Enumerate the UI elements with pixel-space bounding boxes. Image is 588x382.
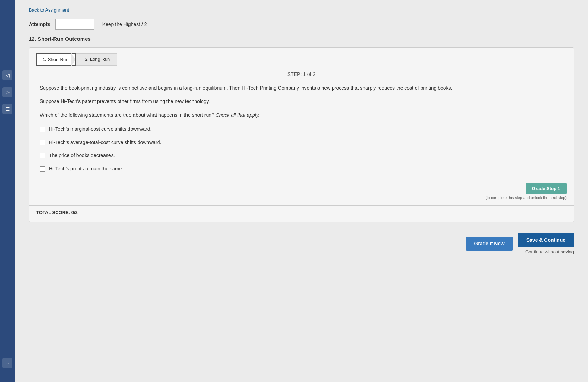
option-text-1: Hi-Tech's marginal-cost curve shifts dow… <box>49 126 151 133</box>
bottom-buttons-row: Save & Continue <box>518 233 574 247</box>
attempts-boxes <box>55 19 94 30</box>
attempts-label: Attempts <box>29 21 50 27</box>
step-indicator: STEP: 1 of 2 <box>29 71 574 77</box>
sidebar-icon-2[interactable]: ▷ <box>2 87 12 97</box>
main-content: Back to Assignment Attempts Keep the Hig… <box>15 0 588 382</box>
tab-short-run-label: Short Run <box>48 57 69 62</box>
sidebar: ◁ ▷ ☰ → <box>0 0 15 382</box>
question-title: 12. Short-Run Outcomes <box>29 36 574 42</box>
bottom-actions: Grade It Now Save & Continue Continue wi… <box>29 233 574 254</box>
grade-it-now-button[interactable]: Grade It Now <box>466 237 513 251</box>
tab-long-run[interactable]: 2. Long Run <box>75 53 117 66</box>
question-text-2: Suppose Hi-Tech's patent prevents other … <box>29 97 574 105</box>
step-tabs: 1. Short Run 2. Long Run <box>29 48 574 66</box>
question-text-3-main: Which of the following statements are tr… <box>40 112 214 118</box>
checkbox-4[interactable] <box>40 166 45 172</box>
tab-short-run[interactable]: 1. Short Run <box>36 53 76 66</box>
grade-step-area: Grade Step 1 (to complete this step and … <box>29 183 574 200</box>
attempts-row: Attempts Keep the Highest / 2 <box>29 19 574 30</box>
keep-highest-label: Keep the Highest / 2 <box>102 21 147 27</box>
question-text-3-italic: Check all that apply. <box>216 112 260 118</box>
question-card: 1. Short Run 2. Long Run STEP: 1 of 2 Su… <box>29 47 574 222</box>
question-heading: Short-Run Outcomes <box>38 36 91 42</box>
grade-step-button[interactable]: Grade Step 1 <box>526 183 567 194</box>
save-and-continue-button[interactable]: Save & Continue <box>518 233 574 247</box>
continue-without-saving-link[interactable]: Continue without saving <box>525 249 574 254</box>
sidebar-icon-4[interactable]: → <box>2 358 12 368</box>
option-text-3: The price of books decreases. <box>49 152 115 159</box>
checkbox-2[interactable] <box>40 140 45 145</box>
grade-step-hint: (to complete this step and unlock the ne… <box>485 195 567 200</box>
option-item-2[interactable]: Hi-Tech's average-total-cost curve shift… <box>40 139 563 146</box>
tab-long-run-label: Long Run <box>90 57 110 62</box>
option-text-2: Hi-Tech's average-total-cost curve shift… <box>49 139 161 146</box>
attempts-box-3[interactable] <box>81 19 94 29</box>
question-number: 12. <box>29 36 36 42</box>
attempts-box-2[interactable] <box>68 19 81 29</box>
attempts-box-1[interactable] <box>56 19 68 29</box>
question-text-3: Which of the following statements are tr… <box>29 111 574 119</box>
sidebar-icon-3[interactable]: ☰ <box>2 104 12 114</box>
checkbox-3[interactable] <box>40 153 45 158</box>
question-text-1: Suppose the book-printing industry is co… <box>29 84 574 92</box>
sidebar-icon-1[interactable]: ◁ <box>2 70 12 80</box>
option-item-4[interactable]: Hi-Tech's profits remain the same. <box>40 166 563 173</box>
option-item-1[interactable]: Hi-Tech's marginal-cost curve shifts dow… <box>40 126 563 133</box>
checkbox-1[interactable] <box>40 127 45 132</box>
options-container: Hi-Tech's marginal-cost curve shifts dow… <box>29 126 574 172</box>
option-text-4: Hi-Tech's profits remain the same. <box>49 166 123 173</box>
tab-short-run-number: 1. <box>43 57 46 62</box>
tab-long-run-number: 2. <box>85 57 89 62</box>
back-to-assignment-link[interactable]: Back to Assignment <box>29 7 69 13</box>
bottom-right-group: Save & Continue Continue without saving <box>518 233 574 254</box>
option-item-3[interactable]: The price of books decreases. <box>40 152 563 159</box>
total-score: TOTAL SCORE: 0/2 <box>29 205 574 215</box>
